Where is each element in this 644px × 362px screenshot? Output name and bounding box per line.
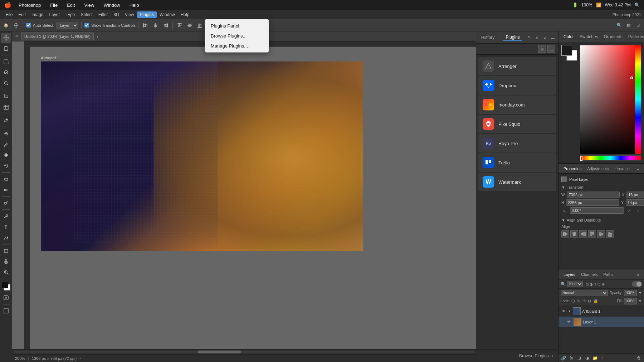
dropdown-browse-plugins[interactable]: Browse Plugins... [205, 31, 269, 41]
w-field[interactable] [567, 192, 620, 198]
tab-close-icon[interactable]: ✕ [15, 34, 18, 39]
filter-pixel-icon[interactable]: ⊡ [586, 282, 589, 286]
filter-adj-icon[interactable]: ◑ [590, 282, 593, 286]
canvas-content[interactable]: Artboard 1 [12, 41, 476, 349]
status-arrow[interactable]: › [79, 356, 81, 361]
plugin-trello[interactable]: Trello [478, 153, 556, 172]
patterns-tab[interactable]: Patterns [626, 34, 644, 40]
mac-view-menu[interactable]: View [82, 2, 97, 9]
apple-menu[interactable]: 🍎 [4, 2, 11, 9]
canvas-tab[interactable]: Untitled-1 @ 200% (Layer 1, RGB/8#) [21, 33, 94, 40]
plugin-dropbox[interactable]: Dropbox [478, 76, 556, 95]
screen-mode-btn[interactable] [1, 306, 11, 316]
fill-arrow[interactable]: ▼ [638, 299, 642, 303]
quick-mask-tool[interactable] [1, 293, 11, 303]
marquee-tool[interactable] [1, 57, 11, 67]
plugin-pixelsquid[interactable]: PixelSquid [478, 115, 556, 133]
quick-select-tool[interactable] [1, 78, 11, 88]
align-bottom-edges-btn[interactable] [196, 21, 204, 29]
hue-slider-handle[interactable] [580, 156, 582, 161]
angle-field[interactable] [570, 207, 624, 214]
brush-tool[interactable] [1, 139, 11, 149]
align-section-header[interactable]: ▼ Align and Distribute [561, 218, 641, 222]
hscroll-thumb[interactable] [198, 351, 241, 353]
zoom-tool[interactable] [1, 267, 11, 277]
path-selection-tool[interactable] [1, 233, 11, 243]
pen-tool[interactable] [1, 211, 11, 221]
mac-app-name[interactable]: Photoshop [16, 2, 43, 9]
align-top-btn[interactable] [588, 230, 596, 238]
ps-type-menu[interactable]: Type [63, 11, 78, 18]
paths-tab[interactable]: Paths [601, 272, 616, 277]
add-mask-btn[interactable]: ⊡ [576, 354, 583, 362]
ps-select-menu[interactable]: Select [78, 11, 95, 18]
libraries-tab[interactable]: Libraries [613, 166, 632, 172]
plugins-tab[interactable]: Plugins [503, 34, 522, 41]
align-middle-btn[interactable] [597, 230, 605, 238]
hand-tool[interactable] [1, 257, 11, 267]
color-picker-handle[interactable] [630, 76, 633, 79]
layer1-visibility-icon[interactable]: 👁 [566, 319, 572, 325]
mac-help-menu[interactable]: Help [127, 2, 141, 9]
canvas-hscroll[interactable] [12, 349, 476, 354]
search-icon[interactable]: 🔍 [634, 3, 640, 8]
plugin-panel-list-icon[interactable]: ☰ [547, 45, 555, 53]
transform-section-header[interactable]: ▼ Transform [561, 185, 641, 189]
opacity-field[interactable] [624, 290, 637, 296]
mac-window-menu[interactable]: Window [101, 2, 122, 9]
layers-tab[interactable]: Layers [561, 272, 577, 277]
move-tool-icon[interactable] [12, 21, 20, 29]
auto-select-type[interactable]: Layer Group [57, 22, 78, 29]
blend-mode-select[interactable]: Normal Multiply Screen [561, 290, 608, 296]
align-bottom-btn[interactable] [606, 230, 614, 238]
artboard1-expand-icon[interactable]: ▼ [568, 309, 571, 313]
lock-artboard-icon[interactable]: ⊡ [588, 299, 591, 303]
ps-filter-menu[interactable]: Filter [96, 11, 111, 18]
plugin-arranger[interactable]: Arranger [478, 57, 556, 75]
browse-plugins-row[interactable]: Browse Plugins + [476, 349, 558, 362]
x-field[interactable] [626, 192, 644, 198]
align-top-edges-btn[interactable] [176, 21, 184, 29]
link-layers-btn[interactable]: 🔗 [560, 354, 567, 362]
show-transform-checkbox[interactable] [84, 23, 89, 28]
lock-pixels-icon[interactable]: ⬡ [571, 299, 575, 303]
align-center-h-btn[interactable] [570, 230, 578, 238]
ps-image-menu[interactable]: Image [29, 11, 46, 18]
filter-smart-icon[interactable]: ⊕ [602, 282, 605, 286]
lasso-tool[interactable] [1, 68, 11, 78]
artboard-tool[interactable] [1, 44, 11, 54]
swatches-tab[interactable]: Swatches [577, 34, 600, 40]
plugin-monday[interactable]: monday.com [478, 95, 556, 114]
new-layer-btn[interactable]: + [599, 354, 606, 362]
panel-menu-icon[interactable]: ≡ [542, 34, 548, 41]
filter-type-icon[interactable]: 🔍 [561, 282, 566, 287]
text-tool[interactable]: T [1, 222, 11, 232]
props-panel-menu-icon[interactable]: ≡ [635, 165, 641, 172]
move-tool[interactable] [1, 33, 11, 43]
new-fill-adj-btn[interactable]: ◑ [584, 354, 591, 362]
clone-stamp-tool[interactable] [1, 150, 11, 160]
eyedropper-tool[interactable] [1, 115, 11, 125]
dropdown-plugins-panel[interactable]: Plugins Panel [205, 21, 269, 31]
layer-item-artboard1[interactable]: 👁 ▼ Artboard 1 [558, 306, 644, 317]
plugin-raya-pro[interactable]: Rp Raya Pro [478, 134, 556, 153]
rectangle-tool[interactable] [1, 246, 11, 256]
hscroll-track[interactable] [14, 351, 474, 353]
color-tab[interactable]: Color [561, 34, 576, 40]
ps-help-menu[interactable]: Help [178, 11, 192, 18]
tab-expand-icon[interactable]: › [97, 34, 98, 39]
history-brush-tool[interactable] [1, 161, 11, 171]
lock-brush-icon[interactable]: ✎ [577, 299, 580, 303]
panel-btn[interactable]: ▤ [625, 21, 633, 29]
channels-tab[interactable]: Channels [579, 272, 600, 277]
fill-field[interactable] [624, 298, 637, 304]
align-right-edges-btn[interactable] [162, 21, 170, 29]
healing-tool[interactable] [1, 129, 11, 139]
align-right-btn[interactable] [579, 230, 587, 238]
fg-bg-color[interactable] [1, 281, 11, 291]
auto-select-checkbox[interactable] [26, 23, 31, 28]
plugin-panel-grid-icon[interactable]: ⊞ [538, 45, 546, 53]
properties-tab[interactable]: Properties [561, 166, 584, 172]
fg-color-swatch[interactable] [561, 45, 572, 56]
align-left-btn[interactable] [561, 230, 569, 238]
